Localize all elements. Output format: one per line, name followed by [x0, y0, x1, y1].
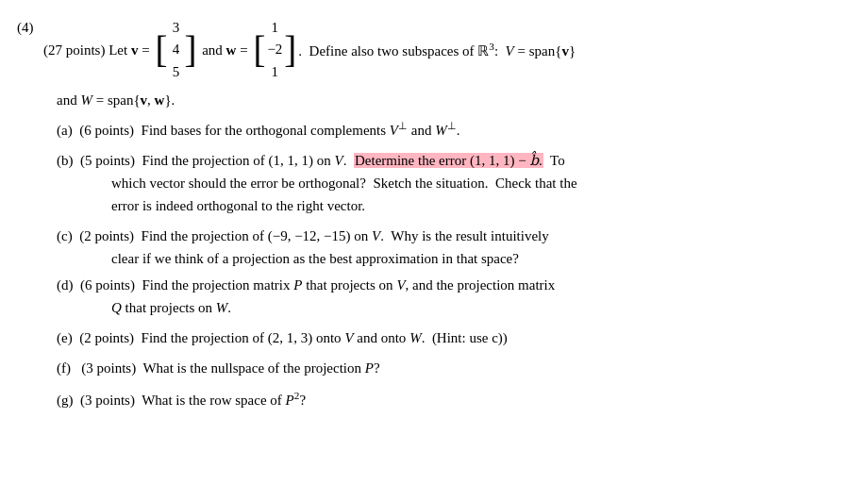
and-label: and	[202, 40, 223, 61]
bracket-right-w: ]	[284, 31, 296, 68]
bracket-right-v: ]	[184, 31, 196, 68]
problem-container: (4) (27 points) Let v = [ 3 4 5 ] and w …	[17, 17, 842, 411]
w-row1: 1	[268, 17, 281, 39]
part-b-line1: (b) (5 points) Find the projection of (1…	[57, 153, 565, 168]
part-f: (f) (3 points) What is the nullspace of …	[57, 357, 842, 379]
v-variable: v	[131, 40, 139, 61]
problem-header: (4) (27 points) Let v = [ 3 4 5 ] and w …	[17, 17, 842, 83]
part-b: (b) (5 points) Find the projection of (1…	[57, 149, 842, 217]
v-row3: 5	[169, 61, 182, 83]
define-text: . Define also two subspaces of ℝ3: V = s…	[298, 39, 576, 62]
part-d: (d) (6 points) Find the projection matri…	[57, 274, 842, 319]
part-a: (a) (6 points) Find bases for the orthog…	[57, 117, 842, 142]
w-row3: 1	[268, 61, 281, 83]
part-e: (e) (2 points) Find the projection of (2…	[57, 326, 842, 349]
v-matrix-values: 3 4 5	[169, 17, 182, 83]
v-matrix-group: [ 3 4 5 ]	[155, 17, 196, 83]
part-b-line3: error is indeed orthogonal to the right …	[111, 194, 842, 217]
let-label: Let	[108, 40, 127, 61]
w-row2: −2	[267, 39, 282, 60]
and-w-line: and W = span{v, w}.	[57, 89, 842, 111]
highlight-error: Determine the error (1, 1, 1) − b̂.	[354, 153, 543, 168]
part-b-line2: which vector should the error be orthogo…	[111, 172, 842, 194]
bracket-left-w: [	[253, 31, 265, 68]
part-g: (g) (3 points) What is the row space of …	[57, 387, 842, 411]
points-label: (27 points)	[43, 40, 105, 61]
w-matrix-values: 1 −2 1	[267, 17, 282, 83]
problem-intro: (27 points) Let v = [ 3 4 5 ] and w = [	[43, 17, 576, 83]
part-c: (c) (2 points) Find the projection of (−…	[57, 225, 842, 270]
v-row2: 4	[169, 39, 182, 60]
w-matrix-group: [ 1 −2 1 ]	[253, 17, 296, 83]
bracket-left-v: [	[155, 31, 167, 68]
eq1: =	[142, 40, 149, 61]
w-variable: w	[226, 40, 237, 61]
part-d-line2: Q that projects on W.	[111, 296, 842, 319]
v-row1: 3	[169, 17, 182, 39]
problem-number: (4)	[17, 17, 43, 39]
eq2: =	[240, 40, 247, 61]
part-c-line2: clear if we think of a projection as the…	[111, 247, 842, 270]
